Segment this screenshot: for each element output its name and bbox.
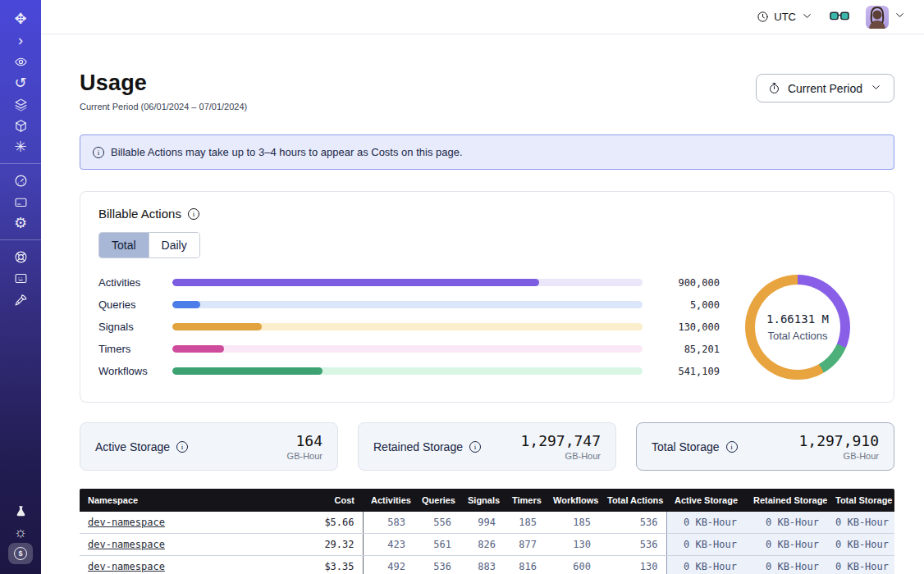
bar-value: 85,201	[656, 344, 720, 355]
bar-row-signals: Signals 130,000	[98, 316, 720, 338]
stopwatch-icon	[768, 82, 780, 94]
col-signals: Signals	[460, 489, 504, 512]
col-namespace: Namespace	[80, 489, 285, 512]
bar-fill	[172, 279, 539, 286]
main-content: Usage Current Period (06/01/2024 – 07/01…	[41, 34, 924, 574]
col-queries: Queries	[414, 489, 460, 512]
bar-value: 900,000	[656, 277, 720, 289]
bar-label: Workflows	[98, 365, 172, 377]
activities-cell: 423	[363, 534, 414, 556]
cube-icon[interactable]	[8, 115, 33, 136]
bar-value: 5,000	[656, 299, 720, 311]
tab-total[interactable]: Total	[99, 233, 149, 257]
timers-cell: 816	[504, 556, 545, 574]
table-row: dev-namespace $3.35 492 536 883 816 600 …	[80, 556, 894, 574]
bar-label: Queries	[98, 298, 172, 311]
info-icon: i	[93, 147, 104, 158]
namespace-link[interactable]: dev-namespace	[88, 539, 165, 550]
col-timers: Timers	[504, 489, 545, 512]
active-storage-unit: GB-Hour	[287, 451, 322, 461]
bar-row-activities: Activities 900,000	[98, 271, 720, 294]
bar-track	[172, 367, 643, 375]
getting-started-rocket-icon[interactable]	[8, 289, 33, 310]
labs-flask-icon[interactable]	[8, 500, 33, 522]
billable-view-tabs: Total Daily	[98, 232, 200, 258]
timers-cell: 185	[504, 512, 545, 534]
namespace-cell: dev-namespace	[80, 512, 285, 534]
retained-storage-cell: 0 KB-Hour	[745, 556, 827, 574]
total-storage-value: 1,297,910	[798, 432, 879, 449]
namespace-cell: dev-namespace	[80, 534, 285, 556]
namespace-link[interactable]: dev-namespace	[88, 561, 165, 572]
table-row: dev-namespace $5.66 583 556 994 185 185 …	[80, 512, 894, 534]
usage-gauge-icon[interactable]	[8, 170, 33, 191]
total-actions-cell: 536	[599, 534, 666, 556]
retained-storage-cell: 0 KB-Hour	[745, 512, 827, 534]
sidebar-divider	[0, 239, 41, 240]
settings-gear-icon[interactable]: ⚙	[8, 212, 33, 234]
dollar-coin-glyph: $	[14, 547, 27, 560]
namespaces-icon[interactable]	[8, 51, 33, 72]
docs-terminal-icon[interactable]	[8, 267, 33, 289]
bar-track	[172, 301, 643, 308]
queries-cell: 536	[414, 556, 460, 574]
retained-storage-card: Retained Storage i 1,297,747 GB-Hour	[358, 422, 616, 471]
info-icon[interactable]: i	[726, 441, 738, 453]
tab-daily[interactable]: Daily	[149, 233, 199, 257]
retained-storage-unit: GB-Hour	[520, 451, 601, 461]
info-icon[interactable]: i	[188, 208, 199, 220]
col-active-storage: Active Storage	[666, 489, 745, 512]
sidebar-divider	[0, 163, 41, 164]
workflows-cell: 600	[545, 556, 599, 574]
total-storage-cell: 0 KB-Hour	[827, 556, 894, 574]
cost-cell: $3.35	[285, 556, 363, 574]
support-lifebuoy-icon[interactable]	[8, 246, 33, 267]
col-cost: Cost	[285, 489, 363, 512]
bar-track	[172, 323, 643, 330]
chevron-right-collapse-icon[interactable]: ›	[8, 30, 33, 51]
info-icon[interactable]: i	[469, 441, 481, 453]
timezone-selector[interactable]: UTC	[757, 10, 813, 25]
glasses-icon[interactable]	[830, 9, 849, 25]
info-icon[interactable]: i	[176, 441, 188, 453]
chevron-down-icon	[801, 10, 813, 25]
bar-value: 541,109	[656, 366, 720, 377]
queries-cell: 556	[414, 512, 460, 534]
layers-icon[interactable]	[8, 93, 33, 115]
workflows-cell: 185	[545, 512, 599, 534]
bar-track	[172, 345, 643, 353]
period-selector-label: Current Period	[788, 82, 862, 95]
info-banner-text: Billable Actions may take up to 3–4 hour…	[111, 146, 463, 158]
active-storage-cell: 0 KB-Hour	[666, 556, 745, 574]
billing-card-icon[interactable]	[8, 191, 33, 212]
period-selector-button[interactable]: Current Period	[756, 74, 894, 102]
timezone-label: UTC	[774, 11, 796, 23]
usage-coin-icon[interactable]: $	[8, 543, 33, 564]
history-icon[interactable]: ↺	[8, 72, 33, 93]
col-retained-storage: Retained Storage	[745, 489, 827, 512]
col-total-storage: Total Storage	[827, 489, 894, 512]
col-workflows: Workflows	[545, 489, 599, 512]
page-title: Usage	[80, 71, 247, 96]
namespace-link[interactable]: dev-namespace	[88, 517, 165, 528]
clock-icon	[757, 11, 769, 23]
signals-cell: 883	[460, 556, 504, 574]
avatar	[866, 6, 889, 29]
total-storage-unit: GB-Hour	[798, 451, 879, 461]
nexus-asterisk-icon[interactable]: ✳	[8, 136, 33, 157]
theme-sun-icon[interactable]: ☼	[8, 522, 33, 543]
namespace-usage-table: Namespace Cost Activities Queries Signal…	[80, 489, 894, 574]
donut-total-label: Total Actions	[768, 330, 828, 342]
retained-storage-label: Retained Storage	[373, 440, 463, 453]
bar-track	[172, 279, 643, 286]
col-activities: Activities	[363, 489, 414, 512]
total-storage-card: Total Storage i 1,297,910 GB-Hour	[636, 422, 894, 471]
timers-cell: 877	[504, 534, 545, 556]
chevron-down-icon	[894, 9, 906, 25]
user-menu[interactable]	[866, 6, 906, 29]
bar-value: 130,000	[656, 321, 720, 333]
temporal-logo-icon[interactable]: ✥	[8, 8, 33, 30]
bar-fill	[172, 301, 200, 308]
billable-actions-bar-chart: Activities 900,000 Queries 5,000 Signals…	[98, 271, 720, 382]
retained-storage-value: 1,297,747	[520, 432, 601, 449]
